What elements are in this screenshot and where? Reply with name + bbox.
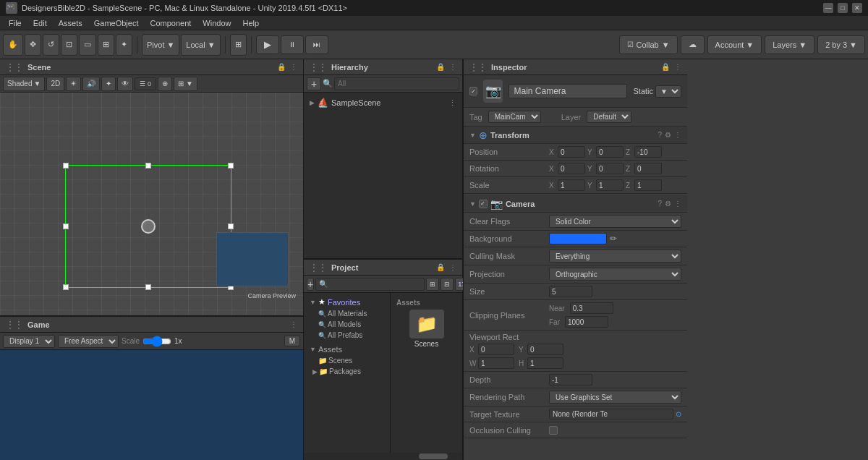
handle-tm[interactable] (145, 163, 151, 169)
near-input[interactable] (570, 302, 613, 314)
menu-assets[interactable]: Assets (53, 16, 88, 30)
menu-help[interactable]: Help (237, 16, 265, 30)
move-tool-button[interactable]: ✥ (25, 34, 41, 56)
custom-tool-button[interactable]: ✦ (116, 34, 132, 56)
menu-file[interactable]: File (3, 16, 27, 30)
vp-y-input[interactable] (527, 344, 563, 355)
favorites-section[interactable]: ▼ ★ Favorites (307, 296, 387, 308)
hand-tool-button[interactable]: ✋ (3, 34, 23, 56)
camera-menu-icon[interactable]: ⋮ (674, 200, 681, 208)
lighting-button[interactable]: ☀ (66, 77, 81, 91)
rendering-path-select[interactable]: Use Graphics Set (549, 391, 681, 404)
gizmos-button[interactable]: ⊞ ▼ (174, 77, 197, 91)
cloud-button[interactable]: ☁ (681, 35, 705, 54)
scale-tool-button[interactable]: ⊡ (61, 34, 77, 56)
handle-bl[interactable] (63, 284, 69, 290)
grid-button[interactable]: ⊞ (230, 34, 247, 56)
all-prefabs-item[interactable]: 🔍 All Prefabs (307, 330, 387, 341)
culling-mask-select[interactable]: Everything (549, 250, 681, 263)
color-picker-icon[interactable]: ✏ (610, 234, 617, 244)
packages-folder-item[interactable]: ▶ 📁 Packages (307, 366, 387, 377)
render-stats-button[interactable]: ☰ 0 (135, 77, 156, 90)
vp-x-input[interactable] (478, 344, 514, 355)
collab-button[interactable]: ☑ Collab ▼ (619, 35, 678, 54)
hierarchy-lock-icon[interactable]: 🔒 (436, 63, 445, 71)
scene-menu-icon[interactable]: ⋮ (290, 63, 297, 71)
menu-edit[interactable]: Edit (27, 16, 53, 30)
minimize-button[interactable]: — (823, 3, 833, 13)
camera-active-toggle[interactable]: ✓ (479, 200, 488, 208)
scenes-folder-item[interactable]: 📁 Scenes (307, 355, 387, 366)
shading-button[interactable]: Shaded ▼ (3, 77, 45, 91)
project-search-input[interactable] (329, 280, 421, 288)
scene-selected-object[interactable] (65, 165, 231, 288)
play-button[interactable]: ▶ (256, 35, 279, 54)
aspect-select[interactable]: Free Aspect (58, 335, 119, 348)
all-materials-item[interactable]: 🔍 All Materials (307, 308, 387, 319)
menu-component[interactable]: Component (144, 16, 197, 30)
scale-slider[interactable] (142, 337, 171, 346)
hierarchy-search-input[interactable] (334, 77, 459, 90)
handle-tr[interactable] (228, 163, 234, 169)
hierarchy-add-button[interactable]: + (307, 77, 321, 90)
size-input[interactable] (549, 286, 592, 297)
inspector-menu-icon[interactable]: ⋮ (674, 63, 681, 71)
tag-select[interactable]: MainCam (488, 111, 541, 123)
all-models-item[interactable]: 🔍 All Models (307, 319, 387, 330)
menu-window[interactable]: Window (197, 16, 237, 30)
scene-lock-icon[interactable]: 🔒 (277, 63, 286, 71)
handle-ml[interactable] (63, 223, 69, 229)
maximize-button[interactable]: □ (838, 3, 848, 13)
handle-mr[interactable] (228, 223, 234, 229)
layers-button[interactable]: Layers ▼ (765, 35, 814, 54)
camera-component-header[interactable]: ▼ ✓ 📷 Camera ? ⚙ ⋮ (464, 195, 687, 213)
project-add-button[interactable]: + (307, 278, 314, 291)
camera-settings-icon[interactable]: ⚙ (665, 200, 671, 208)
hierarchy-scene-item[interactable]: ▶ ⛵ SampleScene ⋮ (307, 95, 459, 110)
position-z-input[interactable] (634, 146, 662, 158)
snap-settings-button[interactable]: ⊕ (158, 77, 172, 91)
transform-component-header[interactable]: ▼ ⊕ Transform ? ⚙ ⋮ (464, 127, 687, 144)
rotation-x-input[interactable] (558, 163, 585, 174)
static-dropdown[interactable]: ▼ (655, 85, 681, 98)
hierarchy-menu-icon[interactable]: ⋮ (449, 63, 456, 71)
mode-2d-button[interactable]: 2D (46, 77, 64, 91)
layout-button[interactable]: 2 by 3 ▼ (817, 35, 865, 54)
scenes-asset-folder[interactable]: 📁 Scenes (396, 310, 456, 348)
game-viewport[interactable] (0, 350, 303, 460)
menu-gameobject[interactable]: GameObject (88, 16, 145, 30)
project-view-btn2[interactable]: ⊟ (441, 278, 454, 291)
transform-tool-button[interactable]: ⊞ (98, 34, 114, 56)
scale-y-input[interactable] (596, 179, 624, 191)
project-scrollbar[interactable] (304, 453, 462, 460)
rotation-z-input[interactable] (634, 163, 662, 174)
background-color-swatch[interactable] (549, 233, 607, 244)
clear-flags-select[interactable]: Solid Color (549, 215, 681, 228)
maximize-button[interactable]: M (284, 336, 300, 346)
depth-input[interactable] (549, 374, 592, 386)
game-menu-icon[interactable]: ⋮ (290, 320, 297, 328)
projection-select[interactable]: Orthographic (549, 268, 681, 281)
project-menu-icon[interactable]: ⋮ (449, 263, 456, 271)
handle-bm[interactable] (145, 284, 151, 290)
rect-tool-button[interactable]: ▭ (79, 34, 96, 56)
step-button[interactable]: ⏭ (305, 35, 328, 54)
close-button[interactable]: ✕ (852, 3, 862, 13)
camera-help-icon[interactable]: ? (658, 200, 662, 208)
transform-menu-icon[interactable]: ⋮ (674, 131, 681, 139)
transform-help-icon[interactable]: ? (658, 131, 662, 139)
pause-button[interactable]: ⏸ (281, 35, 304, 54)
position-y-input[interactable] (596, 146, 624, 158)
object-name-input[interactable] (509, 84, 627, 98)
inspector-lock-icon[interactable]: 🔒 (661, 63, 670, 71)
rotation-y-input[interactable] (596, 163, 624, 174)
far-input[interactable] (565, 316, 608, 328)
display-select[interactable]: Display 1 (3, 335, 55, 348)
audio-button[interactable]: 🔊 (82, 77, 100, 91)
account-button[interactable]: Account ▼ (707, 35, 762, 54)
scale-z-input[interactable] (634, 179, 662, 191)
scene-viewport[interactable]: Camera Preview (0, 93, 303, 315)
layer-select[interactable]: Default (587, 111, 631, 123)
project-scrollbar-thumb[interactable] (419, 453, 448, 459)
effects-button[interactable]: ✦ (101, 77, 116, 91)
